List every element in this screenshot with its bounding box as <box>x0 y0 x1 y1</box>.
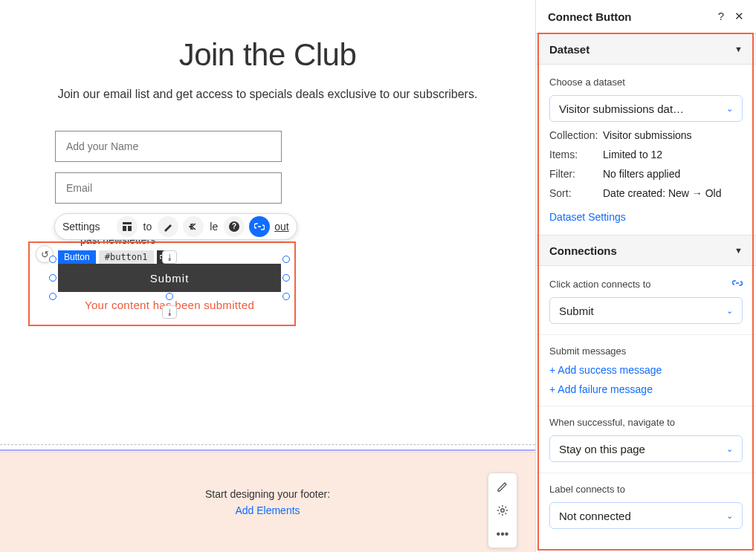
chevron-down-icon: ▼ <box>734 246 743 255</box>
signup-form <box>55 131 282 214</box>
help-icon[interactable]: ? <box>718 10 724 23</box>
more-icon[interactable]: ••• <box>492 525 513 543</box>
dataset-select[interactable]: Visitor submissions dat… ⌄ <box>549 95 743 122</box>
panel-title: Connect Button <box>548 10 631 23</box>
dataset-select-value: Visitor submissions dat… <box>559 103 684 115</box>
email-input[interactable] <box>55 172 282 204</box>
connect-data-icon[interactable] <box>249 216 270 237</box>
design-icon[interactable] <box>158 216 178 237</box>
toolbar-fragment-to: to <box>142 221 154 233</box>
section-title: Connections <box>549 244 617 257</box>
when-successful-select[interactable]: Stay on this page ⌄ <box>549 435 743 462</box>
when-successful-value: Stay on this page <box>559 443 645 455</box>
sort-key: Sort: <box>549 187 603 199</box>
element-toolbar: Settings to le ? out <box>54 213 297 240</box>
chevron-down-icon: ⌄ <box>726 511 733 521</box>
editor-canvas: Join the Club Join our email list and ge… <box>0 0 535 552</box>
toolbar-fragment-le: le <box>208 221 219 233</box>
add-elements-link[interactable]: Add Elements <box>235 504 300 516</box>
svg-rect-0 <box>123 222 132 224</box>
edit-icon[interactable] <box>492 478 513 496</box>
connections-section-body: Click action connects to Submit ⌄ Submit… <box>536 266 756 541</box>
close-icon[interactable]: ✕ <box>734 10 744 23</box>
animation-icon[interactable] <box>183 216 204 237</box>
layout-icon[interactable] <box>117 216 138 237</box>
chevron-down-icon: ⌄ <box>726 306 733 316</box>
choose-dataset-label: Choose a dataset <box>549 77 743 88</box>
toolbar-fragment-out[interactable]: out <box>274 221 288 233</box>
dataset-settings-link[interactable]: Dataset Settings <box>549 211 743 223</box>
chevron-down-icon: ▼ <box>734 45 743 53</box>
help-icon[interactable]: ? <box>224 216 245 237</box>
chevron-down-icon: ⌄ <box>726 104 733 114</box>
svg-rect-1 <box>123 226 126 231</box>
click-action-label: Click action connects to <box>549 279 651 290</box>
element-id-tag[interactable]: #button1 <box>99 250 154 264</box>
dataset-section-header[interactable]: Dataset ▼ <box>536 33 756 65</box>
click-action-value: Submit <box>559 305 594 317</box>
footer-text: Start designing your footer: <box>205 488 330 500</box>
submit-status-message: Your content has been submitted <box>58 299 281 311</box>
filter-value: No filters applied <box>603 168 680 180</box>
footer-section[interactable]: Start designing your footer: Add Element… <box>0 452 535 552</box>
svg-rect-2 <box>128 226 132 231</box>
panel-header: Connect Button ? ✕ <box>536 0 756 33</box>
svg-text:?: ? <box>232 222 236 230</box>
click-action-select[interactable]: Submit ⌄ <box>549 297 743 324</box>
submit-messages-label: Submit messages <box>549 345 743 357</box>
collection-key: Collection: <box>549 129 603 141</box>
page-title: Join the Club <box>0 37 535 73</box>
label-connects-select[interactable]: Not connected ⌄ <box>549 502 743 529</box>
sort-value: Date created: New → Old <box>603 187 722 199</box>
element-data-icon[interactable] <box>157 250 172 264</box>
svg-point-5 <box>501 509 504 512</box>
settings-button[interactable]: Settings <box>62 221 100 233</box>
dataset-section-body: Choose a dataset Visitor submissions dat… <box>536 65 756 235</box>
collection-value: Visitor submissions <box>603 129 692 141</box>
undo-icon[interactable]: ↺ <box>36 245 54 263</box>
add-success-message-link[interactable]: + Add success message <box>549 364 743 376</box>
add-failure-message-link[interactable]: + Add failure message <box>549 383 743 395</box>
link-icon[interactable] <box>732 278 743 290</box>
element-tag-row: Button #button1 <box>58 250 172 264</box>
when-successful-label: When successful, navigate to <box>549 417 743 428</box>
label-connects-value: Not connected <box>559 510 631 522</box>
connections-section-header[interactable]: Connections ▼ <box>536 235 756 266</box>
connect-panel: Connect Button ? ✕ Dataset ▼ Choose a da… <box>535 0 756 552</box>
page-subtitle: Join our email list and get access to sp… <box>0 88 535 101</box>
items-value: Limited to 12 <box>603 149 662 160</box>
section-divider <box>0 444 535 445</box>
canvas-side-tools: ••• <box>488 473 517 548</box>
gear-icon[interactable] <box>492 501 513 519</box>
name-input[interactable] <box>55 131 282 162</box>
label-connects-label: Label connects to <box>549 484 743 495</box>
chevron-down-icon: ⌄ <box>726 444 733 454</box>
element-type-tag[interactable]: Button <box>58 250 96 264</box>
submit-button[interactable]: Submit <box>58 264 281 292</box>
filter-key: Filter: <box>549 168 603 180</box>
section-title: Dataset <box>549 43 589 56</box>
items-key: Items: <box>549 149 603 160</box>
